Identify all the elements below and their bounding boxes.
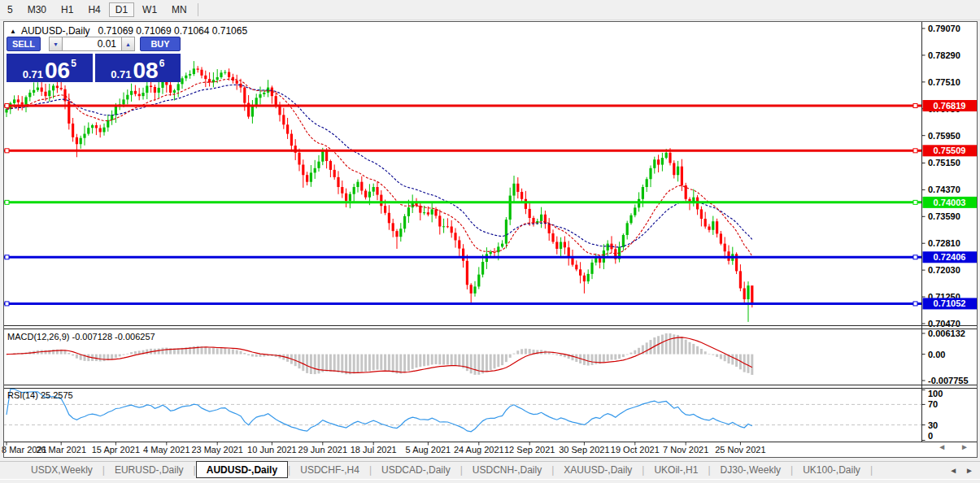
svg-text:0.79070: 0.79070 (928, 24, 960, 33)
svg-text:30: 30 (928, 420, 938, 430)
svg-text:30 Sep 2021: 30 Sep 2021 (559, 445, 609, 455)
chart-ohlc-values: 0.71069 0.71069 0.71064 0.71065 (98, 25, 248, 37)
date-axis: 8 Mar 202126 Mar 202115 Apr 20214 May 20… (2, 442, 766, 455)
svg-text:0.70470: 0.70470 (928, 319, 960, 329)
svg-text:0.74003: 0.74003 (934, 198, 966, 207)
svg-text:0.78290: 0.78290 (928, 50, 960, 60)
tab-ukoil-h1[interactable]: UKOil-,H1 (644, 462, 708, 478)
tab-eurusd-daily[interactable]: EURUSD-,Daily (105, 462, 194, 478)
svg-text:0.75150: 0.75150 (928, 158, 960, 168)
line-handle (5, 149, 9, 153)
svg-text:25 Nov 2021: 25 Nov 2021 (715, 445, 765, 455)
one-click-trade-panel: SELL ▼ 0.01 ▲ BUY 0.71 06 5 0.71 08 6 (7, 37, 181, 82)
svg-text:70: 70 (928, 399, 938, 409)
line-handle (5, 255, 9, 259)
tab-usdcad-daily[interactable]: USDCAD-,Daily (372, 462, 460, 478)
svg-text:24 Aug 2021: 24 Aug 2021 (454, 445, 504, 455)
svg-text:0.72030: 0.72030 (928, 265, 960, 275)
line-handle (913, 200, 917, 204)
macd-indicator-label: MACD(12,26,9) -0.007128 -0.006257 (7, 332, 155, 342)
tab-dj30-weekly[interactable]: DJ30-,Weekly (711, 462, 791, 478)
chart-title: AUDUSD-,Daily (21, 25, 90, 37)
scroll-left-icon[interactable]: ◄ (938, 442, 946, 451)
svg-text:-0.007755: -0.007755 (928, 376, 969, 385)
buy-price-box[interactable]: 0.71 08 6 (95, 54, 181, 82)
tab-separator: | (870, 464, 873, 476)
svg-text:0.72406: 0.72406 (934, 252, 966, 262)
tab-scroll-right-icon[interactable]: ► (965, 466, 973, 475)
line-handle (913, 302, 917, 306)
svg-text:0.76819: 0.76819 (934, 101, 966, 111)
svg-text:23 May 2021: 23 May 2021 (191, 445, 243, 455)
svg-text:4 May 2021: 4 May 2021 (143, 445, 189, 455)
sell-price-box[interactable]: 0.71 06 5 (7, 54, 93, 82)
svg-text:0.72810: 0.72810 (928, 238, 960, 248)
tab-xauusd-daily[interactable]: XAUUSD-,Daily (554, 462, 642, 478)
line-handle (913, 255, 917, 259)
buy-price-point: 6 (159, 58, 165, 69)
tab-uk100-daily[interactable]: UK100-,Daily (793, 462, 870, 478)
buy-price-pips: 08 (133, 61, 158, 80)
line-handle (5, 104, 9, 108)
line-handle (913, 149, 917, 153)
chart-tab-bar: USDX,Weekly|EURUSD-,Daily|AUDUSD-,Daily|… (0, 461, 980, 478)
chart-background (3, 21, 978, 458)
chevron-up-icon: ▲ (125, 41, 131, 47)
tab-usdcnh-daily[interactable]: USDCNH-,Daily (463, 462, 551, 478)
sell-button[interactable]: SELL (7, 37, 41, 51)
line-handle (913, 104, 917, 108)
svg-text:0.00: 0.00 (928, 350, 945, 359)
chart-hscroll: ◄ ► (938, 442, 969, 451)
svg-text:18 Jul 2021: 18 Jul 2021 (351, 445, 397, 455)
svg-text:15 Apr 2021: 15 Apr 2021 (92, 445, 140, 455)
sell-price-point: 5 (71, 58, 76, 69)
svg-text:10 Jun 2021: 10 Jun 2021 (247, 445, 297, 455)
tab-audusd-daily[interactable]: AUDUSD-,Daily (196, 461, 288, 478)
svg-text:100: 100 (928, 389, 943, 398)
svg-text:26 Mar 2021: 26 Mar 2021 (36, 445, 86, 455)
volume-decrease-button[interactable]: ▼ (49, 37, 63, 51)
svg-text:12 Sep 2021: 12 Sep 2021 (504, 445, 555, 455)
svg-text:0.75950: 0.75950 (928, 131, 960, 141)
scroll-right-icon[interactable]: ► (960, 442, 969, 451)
mt4-terminal: { "toolbar": {"items": ["5", "M30", "H1"… (0, 0, 980, 483)
volume-increase-button[interactable]: ▲ (121, 37, 135, 51)
chevron-down-icon: ▼ (53, 41, 59, 47)
svg-text:29 Jun 2021: 29 Jun 2021 (298, 445, 348, 455)
svg-text:5 Aug 2021: 5 Aug 2021 (406, 445, 451, 455)
svg-text:19 Oct 2021: 19 Oct 2021 (611, 445, 660, 455)
svg-text:7 Nov 2021: 7 Nov 2021 (663, 445, 708, 455)
svg-text:0.71052: 0.71052 (934, 298, 966, 308)
tab-scroll-left-icon[interactable]: ◄ (949, 466, 957, 475)
volume-input[interactable]: 0.01 (63, 37, 121, 51)
sell-price-pips: 06 (45, 61, 70, 80)
tab-usdx-weekly[interactable]: USDX,Weekly (21, 462, 102, 478)
svg-text:0.75509: 0.75509 (934, 146, 966, 155)
line-handle (5, 200, 9, 204)
collapse-icon[interactable]: ▲ (10, 28, 16, 35)
tab-usdchf-h4[interactable]: USDCHF-,H4 (290, 462, 369, 478)
tab-scroll-arrows: ◄ ► (949, 462, 980, 478)
rsi-indicator-label: RSI(14) 25.2575 (7, 390, 73, 400)
svg-text:0: 0 (928, 431, 933, 441)
svg-text:0.74370: 0.74370 (928, 185, 960, 194)
svg-text:0.77510: 0.77510 (928, 77, 960, 87)
svg-text:0.73590: 0.73590 (928, 211, 960, 221)
svg-text:0.006132: 0.006132 (928, 329, 965, 338)
buy-button[interactable]: BUY (140, 37, 181, 51)
buy-price-prefix: 0.71 (111, 68, 131, 80)
chart-header: ▲ AUDUSD-,Daily 0.71069 0.71069 0.71064 … (10, 25, 247, 37)
line-handle (5, 302, 9, 306)
sell-price-prefix: 0.71 (23, 68, 43, 80)
